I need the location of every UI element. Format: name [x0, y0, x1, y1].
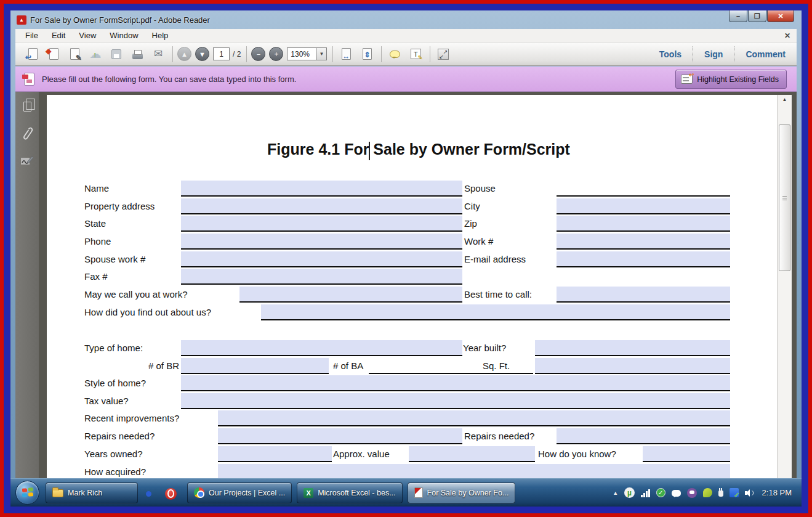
- zoom-out-button[interactable]: −: [251, 47, 265, 61]
- fill-sign-button[interactable]: ✎: [66, 46, 83, 62]
- print-button[interactable]: [129, 46, 146, 62]
- page-thumbnails-icon[interactable]: [20, 99, 34, 114]
- start-button[interactable]: [15, 481, 39, 505]
- form-field[interactable]: [557, 198, 730, 214]
- network-signal-icon[interactable]: [641, 489, 650, 497]
- messenger-icon[interactable]: [672, 490, 681, 497]
- cloud-upload-button[interactable]: ☁↑: [87, 46, 104, 62]
- text-highlight-button[interactable]: T: [407, 46, 424, 62]
- attachments-paperclip-icon[interactable]: [20, 126, 34, 141]
- volume-icon[interactable]: [745, 489, 754, 497]
- form-label: Name: [84, 181, 109, 197]
- form-field[interactable]: [261, 304, 730, 320]
- taskbar-button[interactable]: XMicrosoft Excel - bes...: [297, 482, 402, 503]
- toolbar-separator: [381, 46, 382, 62]
- form-field[interactable]: [181, 181, 462, 197]
- open-file-button[interactable]: ↩: [24, 46, 41, 62]
- taskbar-button-label: For Sale by Owner Fo...: [427, 489, 509, 497]
- taskbar-button[interactable]: For Sale by Owner Fo...: [408, 482, 516, 503]
- taskbar-button[interactable]: Mark Rich: [46, 482, 138, 503]
- show-hidden-icons-button[interactable]: ▲: [613, 490, 618, 496]
- fullscreen-button[interactable]: ↗↙: [435, 46, 452, 62]
- form-field[interactable]: [557, 234, 730, 250]
- form-field[interactable]: [181, 375, 730, 391]
- form-label: E-mail address: [464, 251, 526, 267]
- firefox-icon[interactable]: [143, 488, 156, 498]
- minimize-button[interactable]: –: [729, 10, 747, 22]
- tools-link[interactable]: Tools: [648, 49, 693, 59]
- form-label: # of BA: [333, 358, 363, 374]
- form-field[interactable]: [239, 287, 462, 303]
- toolbar-separator: [246, 46, 247, 62]
- annotation-border: ▲ For Sale by Owner FormScript.pdf - Ado…: [4, 4, 808, 513]
- restore-button[interactable]: ❐: [748, 10, 766, 22]
- menu-bar: File Edit View Window Help ✕: [15, 29, 797, 43]
- save-button[interactable]: [108, 46, 125, 62]
- form-field[interactable]: [218, 410, 730, 426]
- zoom-level-input[interactable]: 130%: [287, 47, 316, 60]
- menu-window[interactable]: Window: [110, 31, 138, 40]
- close-button[interactable]: ✕: [767, 10, 794, 22]
- menu-edit[interactable]: Edit: [52, 31, 65, 40]
- form-field[interactable]: [535, 358, 730, 374]
- update-check-icon[interactable]: ✓: [656, 488, 665, 497]
- form-field[interactable]: [181, 198, 462, 214]
- menu-file[interactable]: File: [25, 31, 38, 40]
- form-field[interactable]: [181, 234, 462, 250]
- page-number-input[interactable]: 1: [213, 47, 230, 60]
- form-field[interactable]: [643, 446, 730, 462]
- viber-icon[interactable]: [687, 488, 697, 498]
- page-count-label: / 2: [233, 50, 241, 59]
- form-label: Spouse work #: [84, 251, 145, 267]
- power-plug-icon[interactable]: [718, 491, 723, 497]
- fit-width-button[interactable]: ↔: [337, 46, 355, 62]
- form-field[interactable]: [557, 287, 730, 303]
- form-field[interactable]: [181, 393, 730, 409]
- dropbox-icon[interactable]: [730, 488, 739, 497]
- create-pdf-button[interactable]: ◆: [45, 46, 62, 62]
- form-field[interactable]: [181, 251, 462, 267]
- zoom-dropdown-icon[interactable]: ▼: [316, 47, 327, 60]
- form-field[interactable]: [218, 446, 332, 462]
- next-page-button[interactable]: ▼: [195, 47, 209, 61]
- opera-icon[interactable]: [165, 488, 179, 498]
- menu-help[interactable]: Help: [152, 31, 169, 40]
- window-titlebar[interactable]: ▲ For Sale by Owner FormScript.pdf - Ado…: [10, 10, 802, 29]
- form-field[interactable]: [181, 216, 462, 232]
- previous-page-button[interactable]: ▲: [177, 47, 191, 61]
- antivirus-icon[interactable]: [703, 488, 712, 497]
- form-label: State: [84, 216, 106, 232]
- form-label: Style of home?: [84, 375, 146, 391]
- fit-page-button[interactable]: ⇕: [358, 46, 376, 62]
- highlight-existing-fields-button[interactable]: Highlight Existing Fields: [675, 70, 787, 89]
- vertical-scrollbar[interactable]: ▲: [777, 95, 792, 502]
- form-field[interactable]: [181, 358, 329, 374]
- form-field[interactable]: [557, 216, 730, 232]
- form-field[interactable]: [557, 428, 730, 444]
- signatures-icon[interactable]: [20, 153, 34, 168]
- form-field[interactable]: [181, 269, 462, 285]
- sign-link[interactable]: Sign: [693, 49, 734, 59]
- form-field[interactable]: [409, 446, 535, 462]
- form-field[interactable]: [557, 181, 730, 197]
- email-button[interactable]: ✉: [150, 46, 167, 62]
- form-label: Best time to call:: [464, 287, 532, 303]
- comment-link[interactable]: Comment: [734, 49, 797, 59]
- taskbar-button-label: Our Projects | Excel ...: [209, 489, 285, 497]
- utorrent-icon[interactable]: µ: [624, 487, 635, 498]
- chrome-icon: [194, 487, 204, 498]
- folder-icon: [52, 489, 63, 497]
- close-document-icon[interactable]: ✕: [784, 31, 790, 40]
- comment-bubble-button[interactable]: [386, 46, 403, 62]
- form-label: May we call you at work?: [84, 287, 188, 303]
- form-field[interactable]: [535, 340, 730, 356]
- form-label: Phone: [84, 234, 111, 250]
- form-field[interactable]: [557, 251, 730, 267]
- scroll-up-icon[interactable]: ▲: [778, 97, 792, 102]
- form-field[interactable]: [218, 428, 462, 444]
- taskbar-button[interactable]: Our Projects | Excel ...: [187, 482, 292, 503]
- scrollbar-thumb[interactable]: [779, 124, 790, 271]
- menu-view[interactable]: View: [79, 31, 96, 40]
- zoom-in-button[interactable]: ＋: [269, 47, 283, 61]
- form-field[interactable]: [181, 340, 462, 356]
